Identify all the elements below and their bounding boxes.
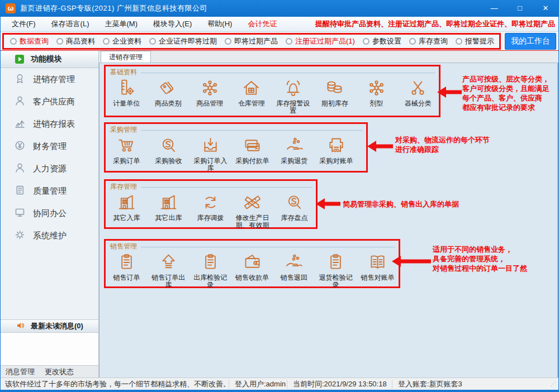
module-item-2-2[interactable]: 库存调拨 [190, 192, 231, 229]
toolbar-item-label: 报警提示 [465, 36, 494, 46]
status-bar: 该软件经过了十多年的市场考验，每一个细节都精益求精、不断改善。 登入用户:adm… [1, 377, 558, 390]
module-item-1-2[interactable]: 采购订单入库 [190, 135, 231, 172]
sidebar-items: 进销存管理客户供应商进销存报表财务管理人力资源质量管理协同办公系统维护 [1, 68, 98, 247]
app-window: ω 新页进销存-GSP专版(2021) 广州新页信息科技有限公司 — □ ✕ 文… [0, 0, 559, 392]
resize-grip-icon[interactable]: ⋰ [551, 381, 558, 387]
inbox-down-icon [200, 135, 221, 157]
module-item-3-2[interactable]: 出库检验记录 [190, 252, 231, 289]
toolbar-item-8[interactable]: 报警提示 [452, 36, 498, 46]
module-item-label: 商品类别 [155, 100, 182, 107]
sidebar: 功能模块 进销存管理客户供应商进销存报表财务管理人力资源质量管理协同办公系统维护… [1, 51, 99, 377]
clipboard-icon [325, 252, 346, 274]
module-item-0-0[interactable]: 计量单位 [106, 78, 148, 114]
module-item-2-4[interactable]: 库存盘点 [273, 192, 315, 229]
close-icon[interactable]: ✕ [533, 0, 558, 17]
bell-icon [283, 78, 304, 100]
module-item-2-0[interactable]: 其它入库 [106, 192, 148, 229]
module-item-label: 剂型 [369, 100, 383, 107]
cards-icon [242, 135, 263, 157]
module-item-2-1[interactable]: 其它出库 [148, 192, 190, 229]
toolbar-item-7[interactable]: 库存查询 [405, 36, 452, 46]
toolbar-item-0[interactable]: 数据查询 [6, 36, 53, 46]
module-item-1-5[interactable]: 采购对账单 [315, 135, 357, 172]
module-item-label: 采购对账单 [320, 157, 353, 165]
sidebar-item-label: 人力资源 [33, 164, 67, 174]
sidebar-bottom-tab-1[interactable]: 更改状态 [40, 367, 79, 377]
sidebar-item-5[interactable]: 质量管理 [1, 180, 98, 202]
menu-item-4[interactable]: 帮助(H) [200, 17, 240, 31]
sidebar-item-1[interactable]: 客户供应商 [1, 90, 98, 113]
sidebar-item-label: 进销存管理 [33, 74, 75, 85]
module-item-1-3[interactable]: 采购付款单 [231, 135, 273, 172]
module-item-3-5[interactable]: 退货检验记录 [315, 252, 357, 289]
module-item-0-6[interactable]: 剂型 [356, 78, 397, 114]
toolbar-item-6[interactable]: 参数设置 [359, 36, 405, 46]
sidebar-item-2[interactable]: 进销存报表 [1, 113, 98, 135]
toolbar-item-2[interactable]: 企业资料 [99, 36, 145, 46]
section-title-line [141, 247, 395, 247]
chart-icon [14, 117, 26, 131]
toolbar-item-5[interactable]: 注册证过期产品(1) [282, 36, 359, 46]
status-current-time: 当前时间:2021/9/29 13:50:18 [287, 380, 392, 389]
module-item-label: 修改生产日期、有效期 [235, 214, 271, 229]
menu-item-0[interactable]: 文件(F) [4, 17, 44, 31]
my-workbench-button[interactable]: 我的工作台 [505, 33, 556, 50]
tab-inventory-management[interactable]: 进销存管理 [101, 51, 151, 63]
status-message: 该软件经过了十多年的市场考验，每一个细节都精益求精、不断改善。 [1, 380, 229, 389]
module-item-0-4[interactable]: 库存报警设置 [272, 78, 314, 114]
module-item-label: 采购订单 [113, 157, 140, 165]
toolbar-item-1[interactable]: 商品资料 [53, 36, 99, 46]
s-check-icon [158, 135, 179, 157]
module-item-label: 销售退回 [281, 274, 307, 281]
sidebar-item-4[interactable]: 人力资源 [1, 157, 98, 180]
section-title-row: 采购管理 [106, 124, 366, 135]
module-item-0-3[interactable]: 仓库管理 [231, 78, 273, 114]
toolbar-item-3[interactable]: 企业证件即将过期 [145, 36, 221, 46]
maximize-icon[interactable]: □ [507, 0, 533, 17]
window-title: 新页进销存-GSP专版(2021) 广州新页信息科技有限公司 [20, 3, 207, 13]
module-item-label: 销售订单出库 [150, 274, 186, 289]
section-title: 库存管理 [110, 182, 137, 192]
module-item-3-1[interactable]: 销售订单出库 [148, 252, 190, 289]
menu-item-2[interactable]: 主菜单(M) [97, 17, 146, 31]
toolbar-item-4[interactable]: 即将过期产品 [221, 36, 282, 46]
sidebar-item-6[interactable]: 协同办公 [1, 202, 98, 224]
module-item-1-4[interactable]: 采购退货 [273, 135, 315, 172]
module-item-0-2[interactable]: 商品管理 [189, 78, 231, 114]
module-item-3-0[interactable]: 销售订单 [106, 252, 148, 289]
gear-icon [14, 229, 26, 242]
sidebar-item-0[interactable]: 进销存管理 [1, 68, 98, 90]
menu-item-1[interactable]: 保存语言(L) [44, 17, 97, 31]
module-item-label: 销售订单 [113, 274, 140, 281]
module-item-label: 库存盘点 [281, 214, 308, 222]
module-item-0-5[interactable]: 期初库存 [314, 78, 356, 114]
module-item-3-3[interactable]: 销售收款单 [231, 252, 273, 289]
body-row: 功能模块 进销存管理客户供应商进销存报表财务管理人力资源质量管理协同办公系统维护… [1, 51, 558, 377]
section-items: 采购订单采购验收采购订单入库采购付款单采购退货采购对账单 [106, 135, 366, 172]
module-item-1-1[interactable]: 采购验收 [148, 135, 190, 172]
sidebar-spacer [1, 247, 98, 319]
house-icon [241, 78, 262, 100]
radio-icon [103, 38, 110, 45]
section-items: 其它入库其它出库库存调拨修改生产日期、有效期库存盘点 [106, 192, 316, 229]
sidebar-bottom-tab-0[interactable]: 消息管理 [1, 367, 40, 377]
window-controls: — □ ✕ [481, 0, 558, 17]
menu-item-3[interactable]: 模块导入(E) [145, 17, 200, 31]
radio-icon [286, 38, 292, 45]
sidebar-item-3[interactable]: 财务管理 [1, 135, 98, 157]
minimize-icon[interactable]: — [481, 0, 507, 17]
module-item-3-6[interactable]: 销售对账单 [357, 252, 399, 289]
module-item-0-7[interactable]: 器械分类 [397, 78, 439, 114]
radio-icon [10, 38, 17, 45]
module-item-1-0[interactable]: 采购订单 [106, 135, 148, 172]
hand-coins-icon [284, 135, 305, 157]
sidebar-item-7[interactable]: 系统维护 [1, 224, 98, 247]
radio-icon [56, 38, 63, 45]
molecule-icon [200, 78, 220, 100]
module-item-2-3[interactable]: 修改生产日期、有效期 [231, 192, 273, 229]
menu-item-5[interactable]: 会计凭证 [240, 17, 285, 31]
unread-messages-header[interactable]: 最新未读消息(0) [1, 319, 98, 333]
wallet-icon [242, 252, 263, 274]
module-item-0-1[interactable]: 商品类别 [148, 78, 190, 114]
module-item-3-4[interactable]: 销售退回 [273, 252, 315, 289]
